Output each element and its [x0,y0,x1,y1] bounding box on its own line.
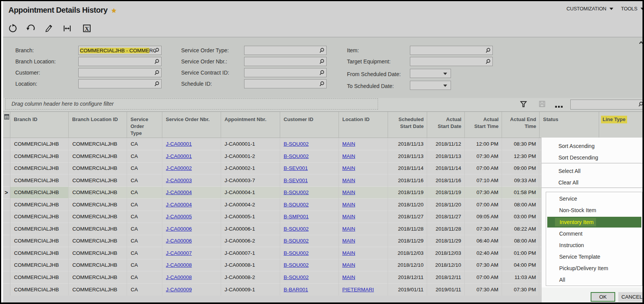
svg-text:X: X [85,25,89,32]
